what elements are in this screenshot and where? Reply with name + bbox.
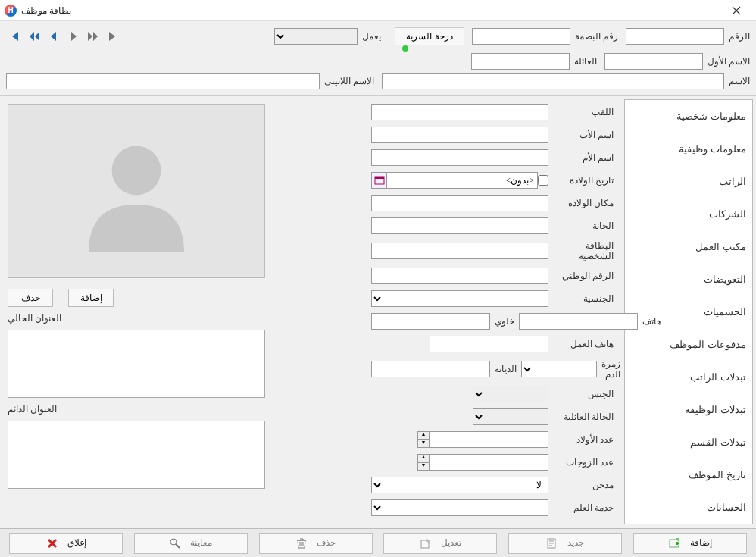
father-input[interactable] xyxy=(371,127,548,143)
bottom-add-button[interactable]: إضافة xyxy=(633,533,747,554)
spin-down-icon[interactable]: ▼ xyxy=(417,462,430,471)
photo-add-button[interactable]: إضافة xyxy=(68,289,114,307)
works-label: يعمل xyxy=(362,31,381,42)
calendar-icon[interactable] xyxy=(371,172,386,189)
close-window-button[interactable] xyxy=(721,2,751,20)
phone-label: هاتف xyxy=(642,316,661,327)
bottom-close-button[interactable]: إغلاق xyxy=(9,533,123,554)
record-nav-group xyxy=(6,27,121,45)
first-name-input[interactable] xyxy=(604,53,703,70)
father-label: اسم الأب xyxy=(553,130,614,140)
mobile-label: خلوي xyxy=(495,316,514,327)
mother-label: اسم الأم xyxy=(553,152,614,163)
nav-last-icon[interactable] xyxy=(105,27,121,45)
security-level-button[interactable]: درجة السرية xyxy=(395,27,464,45)
full-name-field: الاسم xyxy=(382,73,750,89)
bottom-new-label: جديد xyxy=(567,537,584,549)
phone-input[interactable] xyxy=(519,313,638,330)
bottom-preview-label: معاينة xyxy=(190,537,212,549)
nationalid-input[interactable] xyxy=(371,268,548,284)
name-label: الاسم xyxy=(729,76,750,86)
latin-name-input[interactable] xyxy=(6,73,320,89)
current-address-input[interactable] xyxy=(8,330,265,398)
latin-name-field: الاسم اللاتيني xyxy=(6,73,374,89)
bottom-close-label: إغلاق xyxy=(67,537,86,549)
sidebar-item-payments[interactable]: مدفوعات الموظف xyxy=(625,328,752,361)
bottom-delete-button[interactable]: حذف xyxy=(259,533,373,554)
avatar-placeholder-icon xyxy=(68,123,205,259)
military-label: خدمة العلم xyxy=(553,502,614,513)
wives-input[interactable] xyxy=(430,454,548,471)
sidebar-item-compensations[interactable]: التعويضات xyxy=(625,263,752,296)
bottom-edit-button[interactable]: تعديل xyxy=(383,533,497,554)
first-name-label: الاسم الأول xyxy=(708,56,750,67)
idcard-label: البطاقة الشخصية xyxy=(553,240,614,261)
sidebar-item-history[interactable]: تاريخ الموظف xyxy=(625,458,752,491)
bottom-edit-label: تعديل xyxy=(441,537,461,549)
trash-icon xyxy=(295,537,308,549)
title-input[interactable] xyxy=(371,104,548,120)
mother-input[interactable] xyxy=(371,149,548,166)
dob-input[interactable] xyxy=(386,172,538,189)
permanent-address-input[interactable] xyxy=(8,421,265,489)
fingerprint-input[interactable] xyxy=(472,28,570,45)
close-x-icon xyxy=(46,537,58,549)
edit-icon xyxy=(420,537,432,549)
sidebar-item-accounts[interactable]: الحسابات xyxy=(625,491,752,524)
smoker-select[interactable]: لا xyxy=(371,477,548,493)
children-label: عدد الأولاد xyxy=(553,434,614,445)
fingerprint-field: رقم البصمة xyxy=(472,28,618,45)
photo-delete-button[interactable]: حذف xyxy=(8,289,53,307)
sidebar-item-job[interactable]: معلومات وظيفية xyxy=(625,133,752,165)
blood-select[interactable] xyxy=(521,361,597,377)
sidebar-item-salary-changes[interactable]: تبدلات الراتب xyxy=(625,361,752,393)
dob-checkbox[interactable] xyxy=(538,175,548,186)
gender-select[interactable] xyxy=(473,386,548,402)
photo-column: إضافة حذف العنوان الحالي العنوان الدائم xyxy=(8,104,362,520)
nationality-label: الجنسية xyxy=(553,293,614,304)
nav-prev-icon[interactable] xyxy=(45,27,62,45)
family-input[interactable] xyxy=(471,53,570,70)
current-address-label: العنوان الحالي xyxy=(8,313,66,324)
spin-up-icon[interactable]: ▲ xyxy=(417,431,430,440)
birthplace-label: مكان الولادة xyxy=(553,198,614,208)
gender-label: الجنس xyxy=(553,389,614,399)
bottom-new-button[interactable]: جديد xyxy=(508,533,622,554)
content-panel: اللقب اسم الأب اسم الأم تاريخ الولادة مك… xyxy=(0,96,621,527)
first-name-field: الاسم الأول xyxy=(604,53,750,70)
children-input[interactable] xyxy=(430,431,548,448)
number-input[interactable] xyxy=(626,28,724,45)
nav-prev-page-icon[interactable] xyxy=(26,27,42,45)
wives-label: عدد الزوجات xyxy=(553,457,614,468)
mobile-input[interactable] xyxy=(371,313,490,330)
sidebar-item-personal[interactable]: معلومات شخصية xyxy=(625,100,752,133)
idcard-input[interactable] xyxy=(371,243,548,259)
name-input[interactable] xyxy=(382,73,724,89)
military-select[interactable] xyxy=(371,499,548,516)
district-input[interactable] xyxy=(371,217,548,234)
sidebar-item-companies[interactable]: الشركات xyxy=(625,198,752,230)
birthplace-input[interactable] xyxy=(371,195,548,211)
nav-next-page-icon[interactable] xyxy=(85,27,102,45)
spin-up-icon[interactable]: ▲ xyxy=(417,454,430,462)
sidebar-item-dept-changes[interactable]: تبدلات القسم xyxy=(625,426,752,458)
app-icon: H xyxy=(5,5,17,17)
number-label: الرقم xyxy=(729,31,750,42)
nationality-select[interactable] xyxy=(371,290,548,307)
fingerprint-label: رقم البصمة xyxy=(575,31,618,42)
workphone-input[interactable] xyxy=(430,336,548,352)
nav-first-icon[interactable] xyxy=(6,27,23,45)
sidebar-item-salary[interactable]: الراتب xyxy=(625,165,752,198)
bottom-add-label: إضافة xyxy=(690,537,712,549)
svg-point-6 xyxy=(170,539,177,545)
preview-icon xyxy=(169,537,181,549)
sidebar-item-labor-office[interactable]: مكتب العمل xyxy=(625,230,752,263)
spin-down-icon[interactable]: ▼ xyxy=(417,440,430,448)
bottom-preview-button[interactable]: معاينة xyxy=(134,533,248,554)
employee-photo xyxy=(8,104,265,278)
works-select[interactable] xyxy=(274,28,358,45)
religion-input[interactable] xyxy=(371,361,490,377)
nav-next-icon[interactable] xyxy=(65,27,82,45)
sidebar-item-job-changes[interactable]: تبدلات الوظيفة xyxy=(625,393,752,426)
marital-select[interactable] xyxy=(473,408,548,425)
